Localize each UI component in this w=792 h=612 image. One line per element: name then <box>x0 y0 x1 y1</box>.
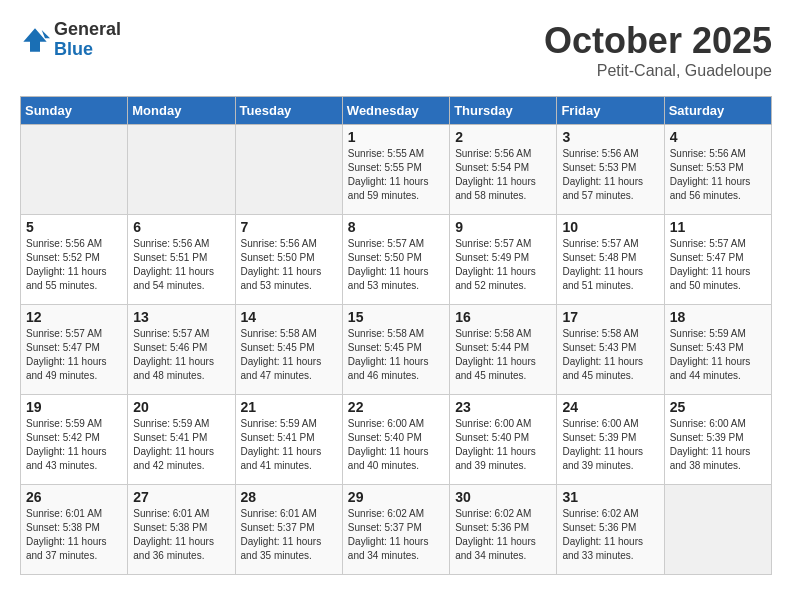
calendar-cell: 4Sunrise: 5:56 AM Sunset: 5:53 PM Daylig… <box>664 125 771 215</box>
day-number: 26 <box>26 489 122 505</box>
day-info: Sunrise: 5:56 AM Sunset: 5:53 PM Dayligh… <box>562 147 658 203</box>
calendar-cell <box>128 125 235 215</box>
day-info: Sunrise: 5:56 AM Sunset: 5:53 PM Dayligh… <box>670 147 766 203</box>
calendar-cell: 12Sunrise: 5:57 AM Sunset: 5:47 PM Dayli… <box>21 305 128 395</box>
day-number: 20 <box>133 399 229 415</box>
calendar-cell <box>664 485 771 575</box>
day-info: Sunrise: 6:00 AM Sunset: 5:40 PM Dayligh… <box>455 417 551 473</box>
day-info: Sunrise: 5:58 AM Sunset: 5:45 PM Dayligh… <box>348 327 444 383</box>
day-info: Sunrise: 5:56 AM Sunset: 5:50 PM Dayligh… <box>241 237 337 293</box>
calendar-cell: 21Sunrise: 5:59 AM Sunset: 5:41 PM Dayli… <box>235 395 342 485</box>
calendar-week-row: 19Sunrise: 5:59 AM Sunset: 5:42 PM Dayli… <box>21 395 772 485</box>
calendar-cell: 19Sunrise: 5:59 AM Sunset: 5:42 PM Dayli… <box>21 395 128 485</box>
day-info: Sunrise: 5:56 AM Sunset: 5:52 PM Dayligh… <box>26 237 122 293</box>
day-number: 31 <box>562 489 658 505</box>
day-info: Sunrise: 5:57 AM Sunset: 5:47 PM Dayligh… <box>26 327 122 383</box>
calendar-cell: 10Sunrise: 5:57 AM Sunset: 5:48 PM Dayli… <box>557 215 664 305</box>
logo-text: General Blue <box>54 20 121 60</box>
day-number: 13 <box>133 309 229 325</box>
calendar-cell: 22Sunrise: 6:00 AM Sunset: 5:40 PM Dayli… <box>342 395 449 485</box>
day-number: 21 <box>241 399 337 415</box>
day-info: Sunrise: 5:57 AM Sunset: 5:49 PM Dayligh… <box>455 237 551 293</box>
calendar-week-row: 5Sunrise: 5:56 AM Sunset: 5:52 PM Daylig… <box>21 215 772 305</box>
calendar-table: SundayMondayTuesdayWednesdayThursdayFrid… <box>20 96 772 575</box>
calendar-cell: 23Sunrise: 6:00 AM Sunset: 5:40 PM Dayli… <box>450 395 557 485</box>
logo: General Blue <box>20 20 121 60</box>
calendar-cell: 27Sunrise: 6:01 AM Sunset: 5:38 PM Dayli… <box>128 485 235 575</box>
calendar-cell: 5Sunrise: 5:56 AM Sunset: 5:52 PM Daylig… <box>21 215 128 305</box>
calendar-cell: 20Sunrise: 5:59 AM Sunset: 5:41 PM Dayli… <box>128 395 235 485</box>
day-info: Sunrise: 6:01 AM Sunset: 5:38 PM Dayligh… <box>133 507 229 563</box>
calendar-cell: 8Sunrise: 5:57 AM Sunset: 5:50 PM Daylig… <box>342 215 449 305</box>
calendar-cell: 14Sunrise: 5:58 AM Sunset: 5:45 PM Dayli… <box>235 305 342 395</box>
day-info: Sunrise: 6:00 AM Sunset: 5:40 PM Dayligh… <box>348 417 444 473</box>
calendar-cell: 1Sunrise: 5:55 AM Sunset: 5:55 PM Daylig… <box>342 125 449 215</box>
title-block: October 2025 Petit-Canal, Guadeloupe <box>544 20 772 80</box>
day-number: 24 <box>562 399 658 415</box>
day-number: 14 <box>241 309 337 325</box>
day-info: Sunrise: 6:02 AM Sunset: 5:36 PM Dayligh… <box>562 507 658 563</box>
day-info: Sunrise: 5:57 AM Sunset: 5:48 PM Dayligh… <box>562 237 658 293</box>
day-info: Sunrise: 5:57 AM Sunset: 5:47 PM Dayligh… <box>670 237 766 293</box>
day-number: 29 <box>348 489 444 505</box>
weekday-header-tuesday: Tuesday <box>235 97 342 125</box>
calendar-week-row: 1Sunrise: 5:55 AM Sunset: 5:55 PM Daylig… <box>21 125 772 215</box>
calendar-cell: 30Sunrise: 6:02 AM Sunset: 5:36 PM Dayli… <box>450 485 557 575</box>
calendar-cell: 7Sunrise: 5:56 AM Sunset: 5:50 PM Daylig… <box>235 215 342 305</box>
weekday-header-saturday: Saturday <box>664 97 771 125</box>
day-info: Sunrise: 6:02 AM Sunset: 5:37 PM Dayligh… <box>348 507 444 563</box>
day-number: 3 <box>562 129 658 145</box>
day-info: Sunrise: 6:01 AM Sunset: 5:38 PM Dayligh… <box>26 507 122 563</box>
weekday-header-wednesday: Wednesday <box>342 97 449 125</box>
day-info: Sunrise: 6:02 AM Sunset: 5:36 PM Dayligh… <box>455 507 551 563</box>
calendar-cell: 13Sunrise: 5:57 AM Sunset: 5:46 PM Dayli… <box>128 305 235 395</box>
day-info: Sunrise: 6:00 AM Sunset: 5:39 PM Dayligh… <box>562 417 658 473</box>
day-info: Sunrise: 5:59 AM Sunset: 5:43 PM Dayligh… <box>670 327 766 383</box>
day-number: 27 <box>133 489 229 505</box>
day-number: 5 <box>26 219 122 235</box>
day-number: 6 <box>133 219 229 235</box>
month-title: October 2025 <box>544 20 772 62</box>
day-info: Sunrise: 5:58 AM Sunset: 5:45 PM Dayligh… <box>241 327 337 383</box>
day-info: Sunrise: 5:59 AM Sunset: 5:41 PM Dayligh… <box>133 417 229 473</box>
calendar-cell: 9Sunrise: 5:57 AM Sunset: 5:49 PM Daylig… <box>450 215 557 305</box>
logo-blue: Blue <box>54 40 121 60</box>
day-number: 10 <box>562 219 658 235</box>
day-number: 19 <box>26 399 122 415</box>
day-number: 12 <box>26 309 122 325</box>
calendar-cell: 18Sunrise: 5:59 AM Sunset: 5:43 PM Dayli… <box>664 305 771 395</box>
calendar-week-row: 12Sunrise: 5:57 AM Sunset: 5:47 PM Dayli… <box>21 305 772 395</box>
calendar-cell <box>235 125 342 215</box>
day-number: 4 <box>670 129 766 145</box>
day-info: Sunrise: 5:57 AM Sunset: 5:50 PM Dayligh… <box>348 237 444 293</box>
day-number: 15 <box>348 309 444 325</box>
calendar-cell: 25Sunrise: 6:00 AM Sunset: 5:39 PM Dayli… <box>664 395 771 485</box>
logo-general: General <box>54 20 121 40</box>
day-number: 18 <box>670 309 766 325</box>
day-info: Sunrise: 5:57 AM Sunset: 5:46 PM Dayligh… <box>133 327 229 383</box>
weekday-header-sunday: Sunday <box>21 97 128 125</box>
calendar-cell: 6Sunrise: 5:56 AM Sunset: 5:51 PM Daylig… <box>128 215 235 305</box>
day-number: 11 <box>670 219 766 235</box>
day-info: Sunrise: 5:59 AM Sunset: 5:42 PM Dayligh… <box>26 417 122 473</box>
calendar-cell: 31Sunrise: 6:02 AM Sunset: 5:36 PM Dayli… <box>557 485 664 575</box>
page-header: General Blue October 2025 Petit-Canal, G… <box>20 20 772 80</box>
day-info: Sunrise: 6:00 AM Sunset: 5:39 PM Dayligh… <box>670 417 766 473</box>
day-number: 9 <box>455 219 551 235</box>
day-info: Sunrise: 5:56 AM Sunset: 5:51 PM Dayligh… <box>133 237 229 293</box>
day-number: 16 <box>455 309 551 325</box>
calendar-cell: 26Sunrise: 6:01 AM Sunset: 5:38 PM Dayli… <box>21 485 128 575</box>
calendar-week-row: 26Sunrise: 6:01 AM Sunset: 5:38 PM Dayli… <box>21 485 772 575</box>
day-number: 25 <box>670 399 766 415</box>
day-number: 17 <box>562 309 658 325</box>
weekday-header-friday: Friday <box>557 97 664 125</box>
calendar-cell: 28Sunrise: 6:01 AM Sunset: 5:37 PM Dayli… <box>235 485 342 575</box>
weekday-header-row: SundayMondayTuesdayWednesdayThursdayFrid… <box>21 97 772 125</box>
day-number: 8 <box>348 219 444 235</box>
day-info: Sunrise: 5:59 AM Sunset: 5:41 PM Dayligh… <box>241 417 337 473</box>
calendar-cell: 29Sunrise: 6:02 AM Sunset: 5:37 PM Dayli… <box>342 485 449 575</box>
weekday-header-thursday: Thursday <box>450 97 557 125</box>
calendar-cell <box>21 125 128 215</box>
day-number: 7 <box>241 219 337 235</box>
logo-icon <box>20 25 50 55</box>
